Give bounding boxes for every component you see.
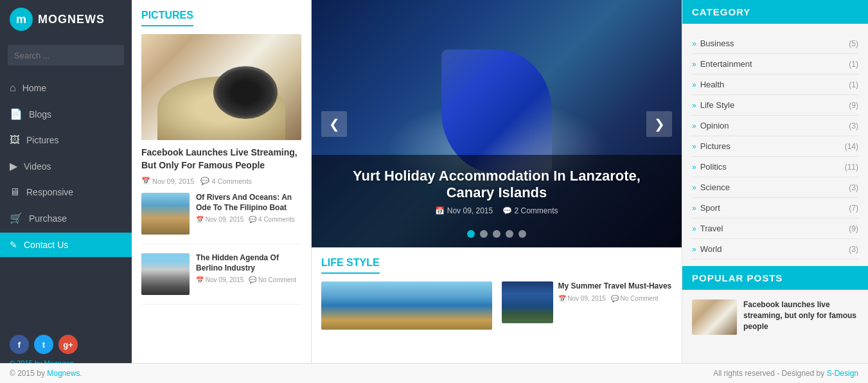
sidebar-item-label: Responsive (26, 187, 73, 197)
category-name: Sport (700, 203, 720, 213)
popular-post-item: Facebook launches live streaming, but on… (692, 299, 858, 335)
pictures-icon: 🖼 (10, 134, 20, 146)
lifestyle-card-2: My Summer Travel Must-Haves 📅 Nov 09, 20… (502, 281, 673, 335)
featured-comments-icon: 💬 4 Comments (200, 177, 251, 185)
sidebar-item-label: Purchase (29, 213, 67, 224)
category-count: (1) (849, 60, 858, 69)
category-name: Life Style (700, 100, 734, 110)
chevron-right-icon: » (692, 163, 696, 172)
category-item-entertainment[interactable]: » Entertainment (1) (692, 54, 858, 75)
featured-date-icon: 📅 Nov 09, 2015 (141, 177, 194, 185)
category-item-business[interactable]: » Business (5) (692, 33, 858, 54)
chevron-right-icon: » (692, 204, 696, 213)
slider-prev-button[interactable]: ❮ (321, 111, 347, 137)
lifestyle-section-title: LIFE STYLE (321, 257, 380, 274)
article-title[interactable]: Of Rivers And Oceans: An Ode To The Fili… (196, 193, 301, 213)
center-column: ❮ ❯ Yurt Holiday Accommodation In Lanzar… (312, 0, 682, 383)
featured-article-title[interactable]: Facebook Launches Live Streaming, But On… (141, 147, 301, 172)
category-count: (7) (849, 204, 858, 213)
article-content: The Hidden Agenda Of Berlino Industry 📅 … (196, 253, 301, 295)
popular-header: POPULAR POSTS (682, 266, 868, 290)
category-name: Opinion (700, 121, 729, 130)
search-box[interactable]: 🔍 (8, 45, 124, 66)
sidebar-item-responsive[interactable]: 🖥 Responsive (0, 179, 132, 205)
lifestyle-thumb-person (502, 281, 553, 323)
popular-post-title[interactable]: Facebook launches live streaming, but on… (743, 299, 858, 335)
category-item-pictures[interactable]: » Pictures (14) (692, 136, 858, 157)
slider-dot-3[interactable] (493, 230, 500, 238)
category-list: » Business (5) » Entertainment (1) » Hea (692, 33, 858, 260)
article-thumb (141, 253, 190, 295)
facebook-icon[interactable]: f (10, 335, 29, 354)
category-name: Entertainment (700, 59, 752, 69)
article-title[interactable]: The Hidden Agenda Of Berlino Industry (196, 253, 301, 273)
sidebar-item-contact[interactable]: ✎ Contact Us (0, 233, 132, 257)
category-item-science[interactable]: » Science (3) (692, 177, 858, 198)
sidebar-item-label: Home (22, 83, 46, 93)
sidebar-item-home[interactable]: ⌂ Home (0, 75, 132, 101)
slider-dot-5[interactable] (518, 230, 526, 238)
slider-next-button[interactable]: ❯ (646, 111, 672, 137)
list-item: The Hidden Agenda Of Berlino Industry 📅 … (141, 253, 301, 305)
slider-meta: 📅 Nov 09, 2015 💬 2 Comments (331, 206, 662, 215)
lifestyle-article-meta: 📅 Nov 09, 2015 💬 No Comment (558, 295, 672, 302)
pictures-section-title: PICTURES (141, 10, 193, 26)
category-item-world[interactable]: » World (3) (692, 239, 858, 260)
pictures-column: PICTURES Facebook Launches Live Streamin… (132, 0, 312, 383)
comments-icon: 💬 4 Comments (249, 216, 294, 223)
chevron-right-icon: » (692, 121, 696, 130)
chevron-right-icon: » (692, 224, 696, 233)
lifestyle-thumb-yacht (321, 281, 492, 330)
lifestyle-card-1 (321, 281, 492, 335)
category-count: (5) (849, 39, 858, 48)
category-count: (3) (849, 183, 858, 192)
article-content: Of Rivers And Oceans: An Ode To The Fili… (196, 193, 301, 235)
chevron-right-icon: » (692, 245, 696, 254)
article-meta: 📅 Nov 09, 2015 💬 4 Comments (196, 216, 301, 223)
lifestyle-article-title[interactable]: My Summer Travel Must-Haves (558, 281, 672, 292)
category-count: (1) (849, 80, 858, 89)
featured-article-meta: 📅 Nov 09, 2015 💬 4 Comments (141, 177, 301, 185)
comments-icon: 💬 No Comment (249, 276, 296, 283)
main-content: PICTURES Facebook Launches Live Streamin… (132, 0, 868, 383)
list-item: Of Rivers And Oceans: An Ode To The Fili… (141, 193, 301, 244)
building-image (141, 253, 190, 295)
category-item-politics[interactable]: » Politics (11) (692, 157, 858, 177)
category-name: World (700, 244, 722, 254)
logo-area[interactable]: m MOGNEWS (0, 0, 132, 39)
category-name: Science (700, 183, 730, 192)
footer-rights: All rights reserved - Designed by S-Desi… (713, 369, 858, 378)
sidebar-item-purchase[interactable]: 🛒 Purchase (0, 205, 132, 231)
slider-comments: 💬 2 Comments (502, 206, 558, 215)
category-item-sport[interactable]: » Sport (7) (692, 198, 858, 218)
chevron-right-icon: » (692, 142, 696, 151)
home-icon: ⌂ (10, 82, 16, 94)
slider-dot-1[interactable] (467, 230, 475, 238)
social-icons: f t g+ (10, 335, 122, 354)
article-thumb (141, 193, 190, 235)
category-item-opinion[interactable]: » Opinion (3) (692, 116, 858, 136)
slider-dot-4[interactable] (506, 230, 513, 238)
chevron-right-icon: » (692, 183, 696, 192)
category-name: Pictures (700, 141, 731, 151)
category-item-lifestyle[interactable]: » Life Style (9) (692, 95, 858, 116)
google-plus-icon[interactable]: g+ (58, 335, 78, 354)
twitter-icon[interactable]: t (34, 335, 53, 354)
article-meta: 📅 Nov 09, 2015 💬 No Comment (196, 276, 301, 283)
sidebar-item-blogs[interactable]: 📄 Blogs (0, 101, 132, 127)
category-count: (3) (849, 245, 858, 254)
slider-date: 📅 Nov 09, 2015 (435, 206, 493, 215)
category-count: (9) (849, 224, 858, 233)
responsive-icon: 🖥 (10, 186, 20, 198)
designer-link[interactable]: S-Design (827, 369, 858, 378)
purchase-icon: 🛒 (10, 212, 22, 224)
search-input[interactable] (8, 46, 124, 66)
date-icon: 📅 Nov 09, 2015 (196, 216, 244, 223)
sidebar-item-videos[interactable]: ▶ Videos (0, 153, 132, 179)
category-count: (3) (849, 121, 858, 130)
blogs-icon: 📄 (10, 108, 22, 120)
category-item-travel[interactable]: » Travel (9) (692, 218, 858, 239)
slider-dot-2[interactable] (480, 230, 488, 238)
category-item-health[interactable]: » Health (1) (692, 75, 858, 95)
sidebar-item-pictures[interactable]: 🖼 Pictures (0, 127, 132, 153)
